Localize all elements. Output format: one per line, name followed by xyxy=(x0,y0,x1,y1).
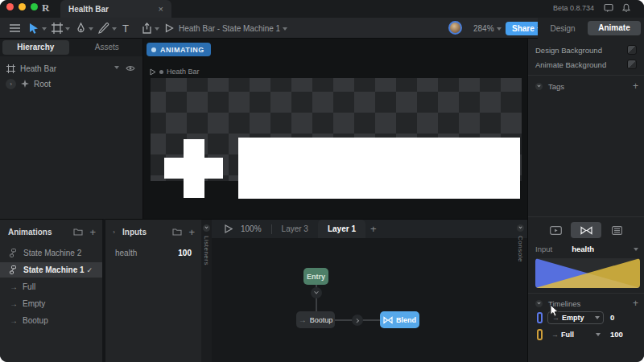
chevron-down-icon xyxy=(89,27,93,33)
bell-icon[interactable] xyxy=(621,3,631,13)
play-view-tab[interactable] xyxy=(540,222,571,238)
timeline-value[interactable]: 0 xyxy=(610,313,614,322)
timeline-arrow-icon: → xyxy=(10,316,18,325)
tab-layer-1[interactable]: Layer 1 xyxy=(318,220,365,238)
artboard-label[interactable]: Heath Bar xyxy=(150,68,200,76)
inputs-title: Inputs xyxy=(122,228,147,237)
graph-header: 100% Layer 3 Layer 1 + xyxy=(212,220,527,238)
plus-icon[interactable]: + xyxy=(633,80,638,92)
window-close-button[interactable] xyxy=(6,3,14,10)
pen-tool-icon[interactable] xyxy=(76,18,93,39)
avatar[interactable] xyxy=(448,21,462,35)
select-tool-icon[interactable] xyxy=(29,18,47,39)
document-tab[interactable]: Health Bar × xyxy=(60,0,171,18)
rive-logo: R xyxy=(42,2,49,14)
blend-space-visualization[interactable] xyxy=(535,258,640,288)
health-cross-shape[interactable] xyxy=(164,139,223,198)
chevron-down-icon[interactable] xyxy=(114,66,119,72)
animations-title: Animations xyxy=(8,228,52,237)
visibility-icon[interactable] xyxy=(126,64,135,72)
node-icon xyxy=(21,80,29,88)
knife-tool-icon[interactable] xyxy=(98,18,117,39)
tab-layer-3[interactable]: Layer 3 xyxy=(272,220,318,238)
close-icon[interactable]: × xyxy=(159,5,163,14)
timeline-color-pill xyxy=(537,312,543,323)
tab-animate[interactable]: Animate xyxy=(588,21,641,35)
chevron-down-icon xyxy=(634,248,638,253)
check-icon: ✓ xyxy=(86,266,102,274)
plus-icon[interactable]: + xyxy=(633,298,638,309)
window-minimize-button[interactable] xyxy=(19,3,26,10)
blend-view-tab[interactable] xyxy=(571,222,601,238)
expand-icon[interactable] xyxy=(517,224,524,232)
transition-arrow-icon[interactable] xyxy=(352,315,363,326)
state-machine-icon xyxy=(10,265,18,274)
state-machine-graph-panel[interactable]: 100% Layer 3 Layer 1 + Entry → Bootup Bl… xyxy=(212,219,527,362)
blend-icon xyxy=(383,316,393,324)
listeners-tab[interactable]: Listeners xyxy=(201,219,212,362)
animation-item-state-machine-1[interactable]: State Machine 1 ✓ xyxy=(0,262,102,278)
timeline-dropdown-full[interactable]: → Full xyxy=(547,328,604,341)
artboard-tool-icon[interactable] xyxy=(52,18,70,39)
timeline-value[interactable]: 100 xyxy=(610,330,623,339)
health-bar-shape[interactable] xyxy=(238,138,520,199)
design-background-row[interactable]: Design Background xyxy=(528,43,644,56)
entry-node[interactable]: Entry xyxy=(303,268,328,285)
background-swatch[interactable] xyxy=(627,45,637,55)
transition-arrow-icon[interactable] xyxy=(311,287,322,298)
play-icon[interactable] xyxy=(225,224,233,233)
blend-node[interactable]: Blend xyxy=(380,311,419,328)
hierarchy-row-root[interactable]: › Root xyxy=(0,76,143,91)
expand-icon[interactable] xyxy=(203,224,210,232)
blend-input-row[interactable]: Input health xyxy=(528,242,644,255)
menu-icon[interactable] xyxy=(10,18,20,39)
chevron-down-icon xyxy=(596,333,601,339)
tab-design[interactable]: Design xyxy=(538,24,588,33)
timeline-arrow-icon: → xyxy=(10,282,18,291)
left-panel-tabs: Hierarchy Assets xyxy=(0,39,142,56)
recording-dot-icon xyxy=(151,47,156,52)
expand-icon[interactable]: › xyxy=(6,79,16,89)
add-layer-button[interactable]: + xyxy=(370,223,377,235)
play-icon[interactable] xyxy=(165,18,174,39)
hierarchy-row-artboard[interactable]: Heath Bar xyxy=(0,61,143,76)
tab-assets[interactable]: Assets xyxy=(72,39,142,56)
background-swatch[interactable] xyxy=(627,60,637,69)
animation-item-empty[interactable]: → Empty xyxy=(0,296,102,311)
input-row-health[interactable]: health 100 xyxy=(105,244,201,257)
stage-canvas[interactable]: ANIMATING Heath Bar xyxy=(143,39,527,219)
tab-hierarchy[interactable]: Hierarchy xyxy=(2,40,69,55)
chevron-down-icon xyxy=(497,27,502,33)
folder-icon[interactable] xyxy=(73,228,83,236)
zoom-level-control[interactable]: 284% xyxy=(473,18,502,39)
animation-item-bootup[interactable]: → Bootup xyxy=(0,313,102,328)
timeline-arrow-icon: → xyxy=(551,331,559,339)
hierarchy-panel: Hierarchy Assets Heath Bar › Root xyxy=(0,39,143,219)
disclosure-icon[interactable]: › xyxy=(109,228,118,237)
input-value[interactable]: 100 xyxy=(178,249,192,257)
animate-background-row[interactable]: Animate Background xyxy=(528,58,644,71)
options-view-tab[interactable] xyxy=(601,222,632,238)
timelines-section-header: Timelines + xyxy=(528,297,644,310)
chevron-down-icon xyxy=(65,27,70,33)
animation-item-full[interactable]: → Full xyxy=(0,279,102,294)
disclosure-icon[interactable] xyxy=(535,300,543,307)
animation-item-state-machine-2[interactable]: State Machine 2 xyxy=(0,245,102,261)
beta-version-label: Beta 0.8.734 xyxy=(553,4,594,12)
graph-zoom-level[interactable]: 100% xyxy=(241,224,262,233)
plus-icon[interactable]: + xyxy=(89,226,96,238)
timeline-arrow-icon: → xyxy=(10,299,18,308)
disclosure-icon[interactable] xyxy=(535,83,543,90)
console-tab[interactable]: Console xyxy=(515,221,526,278)
text-tool-icon[interactable]: T xyxy=(122,18,129,39)
feedback-icon[interactable] xyxy=(604,3,613,13)
artboard[interactable] xyxy=(151,78,522,181)
breadcrumb[interactable]: Heath Bar - State Machine 1 xyxy=(179,18,287,39)
bootup-node[interactable]: → Bootup xyxy=(296,311,335,328)
folder-icon[interactable] xyxy=(172,228,182,236)
plus-icon[interactable]: + xyxy=(188,226,195,238)
window-zoom-button[interactable] xyxy=(31,3,38,10)
mouse-cursor xyxy=(550,304,559,318)
chevron-down-icon xyxy=(112,27,117,33)
export-icon[interactable] xyxy=(142,18,159,39)
